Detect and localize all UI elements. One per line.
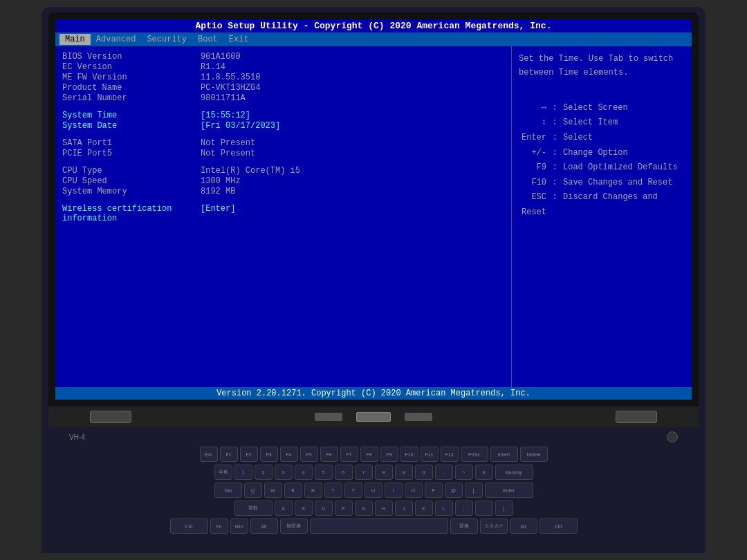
- menu-item-exit[interactable]: Exit: [223, 34, 255, 45]
- key-k[interactable]: K: [415, 501, 433, 516]
- hinge-area: [48, 407, 699, 427]
- bios-screen: Aptio Setup Utility - Copyright (C) 2020…: [55, 19, 692, 400]
- key-tab[interactable]: Tab: [214, 483, 242, 498]
- key-f[interactable]: F: [335, 501, 353, 516]
- key-j[interactable]: J: [395, 501, 413, 516]
- key-f2[interactable]: F2: [240, 447, 258, 462]
- key-f12[interactable]: F12: [441, 447, 459, 462]
- keyboard-row-fn: Esc F1 F2 F3 F4 F5 F6 F7 F8 F9 F10 F11 F…: [62, 447, 685, 462]
- key-alt-right[interactable]: Alt: [510, 519, 537, 534]
- key-fn[interactable]: Fn: [210, 519, 228, 534]
- serial-number-value: 98011711A: [201, 93, 246, 103]
- cpu-speed-value: 1300 MHz: [201, 176, 241, 186]
- bios-version-row: BIOS Version 901A1600: [62, 52, 504, 62]
- key-esc[interactable]: Esc: [200, 447, 218, 462]
- key-f5[interactable]: F5: [300, 447, 318, 462]
- key-6[interactable]: 6: [335, 465, 353, 480]
- key-o[interactable]: O: [405, 483, 423, 498]
- key-win[interactable]: Win: [230, 519, 248, 534]
- key-0[interactable]: 0: [415, 465, 433, 480]
- power-button[interactable]: [667, 431, 678, 442]
- menu-item-main[interactable]: Main: [59, 34, 91, 45]
- key-select-item: ↕ : Select Item: [519, 115, 685, 131]
- key-ctrl[interactable]: Ctrl: [170, 519, 208, 534]
- key-f1[interactable]: F1: [220, 447, 238, 462]
- key-p[interactable]: P: [425, 483, 443, 498]
- key-insert[interactable]: Insert: [490, 447, 518, 462]
- help-text: Set the Time. Use Tab to switch between …: [519, 52, 685, 80]
- key-backspace[interactable]: BackSp: [495, 465, 533, 480]
- key-f11[interactable]: F11: [421, 447, 439, 462]
- key-hankaku[interactable]: 半角: [214, 465, 232, 480]
- key-f3[interactable]: F3: [260, 447, 278, 462]
- key-bracket-open[interactable]: [: [465, 483, 483, 498]
- key-space[interactable]: [310, 519, 448, 534]
- key-q[interactable]: Q: [244, 483, 262, 498]
- key-4[interactable]: 4: [295, 465, 313, 480]
- system-time-value[interactable]: [15:55:12]: [201, 111, 250, 120]
- key-henkan[interactable]: 変換: [450, 519, 478, 534]
- wireless-value[interactable]: [Enter]: [201, 204, 235, 223]
- hinge-left: [90, 411, 131, 423]
- key-t[interactable]: T: [324, 483, 342, 498]
- system-memory-row: System Memory 8192 MB: [62, 187, 504, 196]
- key-f7[interactable]: F7: [340, 447, 358, 462]
- key-f9[interactable]: F9: [380, 447, 398, 462]
- key-yen[interactable]: ¥: [475, 465, 493, 480]
- key-semicolon[interactable]: ;: [455, 501, 473, 516]
- key-bracket-close[interactable]: ]: [495, 501, 513, 516]
- key-caret[interactable]: ^: [455, 465, 473, 480]
- key-delete[interactable]: Delete: [520, 447, 548, 462]
- key-i[interactable]: I: [385, 483, 403, 498]
- key-minus[interactable]: -: [435, 465, 453, 480]
- key-at[interactable]: @: [445, 483, 463, 498]
- key-a[interactable]: A: [275, 501, 293, 516]
- key-alt-left[interactable]: Alt: [250, 519, 278, 534]
- ec-version-label: EC Version: [62, 62, 201, 72]
- system-date-value[interactable]: [Fri 03/17/2023]: [201, 121, 280, 131]
- key-f6[interactable]: F6: [320, 447, 338, 462]
- key-8[interactable]: 8: [375, 465, 393, 480]
- bios-footer-text: Version 2.20.1271. Copyright (C) 2020 Am…: [216, 389, 531, 398]
- key-e[interactable]: E: [284, 483, 302, 498]
- key-2[interactable]: 2: [255, 465, 273, 480]
- system-date-row[interactable]: System Date [Fri 03/17/2023]: [62, 121, 504, 131]
- key-prtsc[interactable]: PrtSc: [461, 447, 488, 462]
- key-7[interactable]: 7: [355, 465, 373, 480]
- key-f10[interactable]: F10: [400, 447, 418, 462]
- key-g[interactable]: G: [355, 501, 373, 516]
- key-5[interactable]: 5: [315, 465, 333, 480]
- key-ctrl-right[interactable]: Ctrl: [540, 519, 578, 534]
- sata-port1-row: SATA Port1 Not Present: [62, 138, 504, 148]
- key-f4[interactable]: F4: [280, 447, 298, 462]
- key-3[interactable]: 3: [275, 465, 293, 480]
- key-y[interactable]: Y: [344, 483, 362, 498]
- product-name-label: Product Name: [62, 83, 201, 93]
- key-s[interactable]: S: [295, 501, 313, 516]
- key-1[interactable]: 1: [234, 465, 252, 480]
- menu-item-boot[interactable]: Boot: [192, 34, 223, 45]
- key-eisu[interactable]: 英数: [234, 501, 273, 516]
- cpu-type-label: CPU Type: [62, 166, 201, 176]
- wireless-row[interactable]: Wireless certification information [Ente…: [62, 204, 504, 223]
- menu-item-security[interactable]: Security: [141, 34, 192, 45]
- key-katakana[interactable]: カタカナ: [480, 519, 508, 534]
- hinge-right: [616, 411, 657, 423]
- key-f8[interactable]: F8: [360, 447, 378, 462]
- key-u[interactable]: U: [365, 483, 382, 498]
- ec-version-row: EC Version R1.14: [62, 62, 504, 72]
- key-enter[interactable]: Enter: [485, 483, 533, 498]
- key-d[interactable]: D: [315, 501, 333, 516]
- bios-version-label: BIOS Version: [62, 52, 201, 62]
- key-muhenkan[interactable]: 無変換: [280, 519, 308, 534]
- pcie-port5-row: PCIE Port5 Not Present: [62, 149, 504, 158]
- key-9[interactable]: 9: [395, 465, 413, 480]
- key-l[interactable]: L: [435, 501, 453, 516]
- key-h[interactable]: H: [375, 501, 393, 516]
- key-r[interactable]: R: [304, 483, 322, 498]
- key-w[interactable]: W: [264, 483, 282, 498]
- key-colon[interactable]: :: [475, 501, 493, 516]
- system-time-row[interactable]: System Time [15:55:12]: [62, 111, 504, 120]
- menu-item-advanced[interactable]: Advanced: [91, 34, 142, 45]
- cpu-speed-label: CPU Speed: [62, 176, 201, 186]
